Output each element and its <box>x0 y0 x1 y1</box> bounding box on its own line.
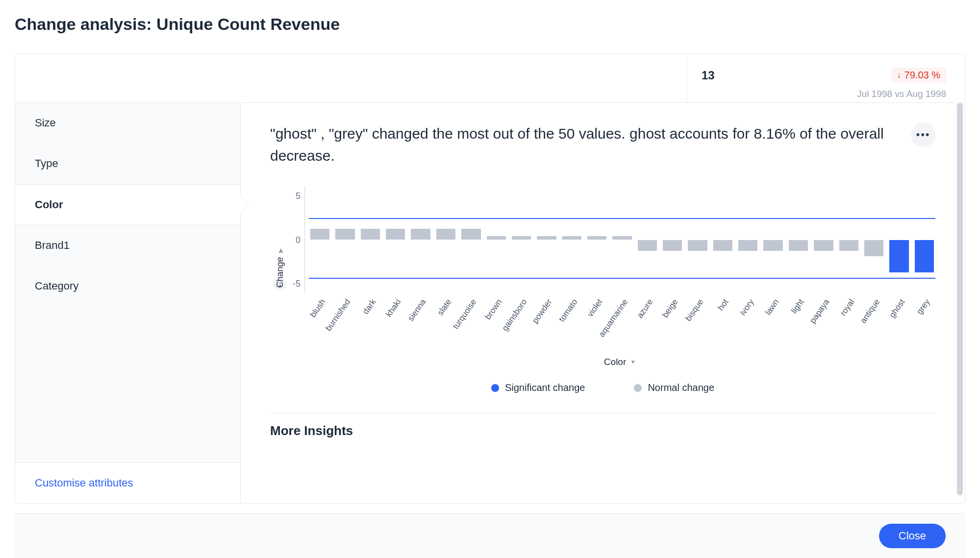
legend-significant[interactable]: Significant change <box>491 382 585 393</box>
x-tick-label: sienna <box>406 297 428 323</box>
bar-antique[interactable] <box>864 240 883 256</box>
x-tick-label: hot <box>716 297 731 313</box>
x-tick-label: ghost <box>887 297 907 320</box>
stat-value: 13 <box>702 69 715 82</box>
bar-khaki[interactable] <box>386 229 405 240</box>
x-tick-label: khaki <box>384 297 403 319</box>
header-stat: 13 ↓ 79.03 % Jul 1998 vs Aug 1998 <box>686 54 961 102</box>
bar-lawn[interactable] <box>763 240 782 251</box>
bar-sienna[interactable] <box>411 229 430 240</box>
chart: Change ▶ ↓ 50-5 bl <box>270 186 935 367</box>
x-tick-label: powder <box>530 297 554 325</box>
card-header: 13 ↓ 79.03 % Jul 1998 vs Aug 1998 <box>15 54 965 103</box>
sidebar: SizeTypeColorBrand1Category Customise at… <box>15 103 241 503</box>
x-tick-label: light <box>790 297 806 315</box>
x-tick-label: slate <box>435 297 453 317</box>
y-tick: -5 <box>293 279 301 289</box>
x-tick-label: grey <box>915 297 932 316</box>
legend-dot-icon <box>491 384 499 392</box>
stat-delta-badge: ↓ 79.03 % <box>891 68 946 83</box>
bar-brown[interactable] <box>487 236 506 240</box>
legend-dot-icon <box>634 384 642 392</box>
sidebar-tab-brand1[interactable]: Brand1 <box>15 225 240 266</box>
insight-text: "ghost" , "grey" changed the most out of… <box>270 122 896 167</box>
y-ticks: 50-5 <box>290 191 304 289</box>
bar-dark[interactable] <box>361 229 380 240</box>
bar-gainsboro[interactable] <box>512 236 531 240</box>
x-tick-label: brown <box>483 297 504 321</box>
customise-attributes-link[interactable]: Customise attributes <box>15 462 240 503</box>
y-axis-label: Change ▶ <box>275 248 285 288</box>
legend-normal[interactable]: Normal change <box>634 382 714 393</box>
x-tick-label: beige <box>661 297 680 320</box>
bar-powder[interactable] <box>537 236 556 240</box>
bar-royal[interactable] <box>839 240 858 251</box>
y-tick: 0 <box>296 235 301 245</box>
x-tick-label: antique <box>858 297 882 325</box>
bar-ghost[interactable] <box>889 240 908 272</box>
close-button[interactable]: Close <box>879 524 946 548</box>
bar-turquoise[interactable] <box>461 229 480 240</box>
scrollbar[interactable] <box>957 103 963 495</box>
bar-aquamarine[interactable] <box>612 236 631 240</box>
stat-period: Jul 1998 vs Aug 1998 <box>857 89 946 99</box>
plot-area <box>304 186 935 293</box>
page-title: Change analysis: Unique Count Revenue <box>15 15 965 34</box>
bar-grey[interactable] <box>915 240 934 272</box>
x-tick-label: bisque <box>683 297 705 323</box>
more-insights-heading: More Insights <box>270 423 935 441</box>
content-area: "ghost" , "grey" changed the most out of… <box>241 103 965 503</box>
x-tick-label: ivory <box>738 297 756 317</box>
caret-right-icon: ▶ <box>276 248 283 253</box>
bar-slate[interactable] <box>436 229 455 240</box>
legend: Significant change Normal change <box>270 382 935 393</box>
analysis-card: 13 ↓ 79.03 % Jul 1998 vs Aug 1998 SizeTy… <box>15 53 965 504</box>
x-tick-label: tomato <box>557 297 579 324</box>
bar-bisque[interactable] <box>688 240 707 251</box>
bar-papaya[interactable] <box>814 240 833 251</box>
sidebar-tab-type[interactable]: Type <box>15 144 240 184</box>
divider <box>270 413 935 413</box>
caret-down-icon: ▼ <box>630 359 636 365</box>
x-tick-label: azure <box>635 297 655 320</box>
sidebar-tab-size[interactable]: Size <box>15 103 240 144</box>
x-tick-label: lawn <box>763 297 781 317</box>
x-tick-label: blush <box>308 297 327 319</box>
bar-burnished[interactable] <box>335 229 354 240</box>
ellipsis-icon: ••• <box>916 128 930 141</box>
x-tick-label: papaya <box>808 297 831 325</box>
arrow-down-icon: ↓ <box>897 70 902 80</box>
bar-beige[interactable] <box>663 240 682 251</box>
bar-hot[interactable] <box>713 240 732 251</box>
x-axis-dropdown[interactable]: Color ▼ <box>304 357 935 367</box>
sidebar-tab-category[interactable]: Category <box>15 266 240 307</box>
x-tick-label: dark <box>361 297 378 316</box>
sidebar-tabs: SizeTypeColorBrand1Category <box>15 103 240 307</box>
bar-blush[interactable] <box>310 229 329 240</box>
bar-violet[interactable] <box>587 236 606 240</box>
bar-ivory[interactable] <box>738 240 757 251</box>
bar-light[interactable] <box>789 240 808 251</box>
x-tick-label: royal <box>838 297 857 318</box>
y-tick: 5 <box>296 191 301 201</box>
stat-delta-value: 79.03 % <box>905 70 940 81</box>
x-axis-label: Color <box>604 357 626 367</box>
bar-tomato[interactable] <box>562 236 581 240</box>
sidebar-tab-color[interactable]: Color <box>15 184 240 225</box>
footer: Close <box>15 513 965 558</box>
bar-azure[interactable] <box>638 240 657 251</box>
x-tick-label: violet <box>585 297 604 319</box>
more-options-button[interactable]: ••• <box>911 122 935 147</box>
